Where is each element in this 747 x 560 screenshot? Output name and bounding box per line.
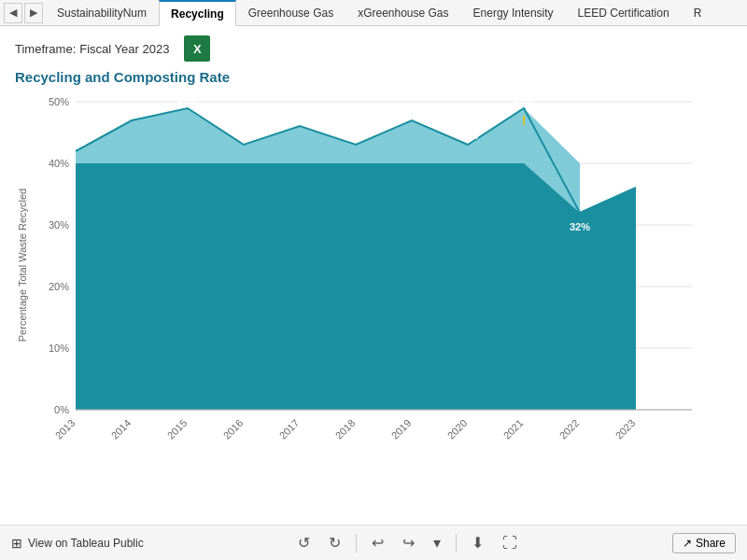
- svg-text:43%: 43%: [458, 130, 478, 141]
- toolbar-separator-1: [356, 534, 357, 553]
- redo-btn[interactable]: ↻: [323, 532, 346, 553]
- tableau-public-link[interactable]: ⊞ View on Tableau Public: [11, 536, 144, 551]
- svg-text:47%: 47%: [121, 105, 142, 117]
- timeframe-row: Timeframe: Fiscal Year 2023 X: [15, 35, 732, 62]
- timeframe-label: Timeframe:: [15, 42, 76, 56]
- svg-text:46%: 46%: [289, 111, 310, 122]
- toolbar-right: ↗ Share: [672, 533, 736, 553]
- svg-text:2021: 2021: [501, 417, 526, 441]
- tab-xgreenhouse-gas[interactable]: xGreenhouse Gas: [345, 0, 460, 26]
- svg-text:2022: 2022: [557, 417, 582, 441]
- tab-recycling[interactable]: Recycling: [159, 0, 236, 26]
- tab-sustainability-num[interactable]: SustainabilityNum: [45, 0, 159, 26]
- download-btn[interactable]: ⬇: [466, 532, 489, 553]
- svg-text:49%: 49%: [177, 95, 198, 106]
- tab-leed-certification[interactable]: LEED Certification: [566, 0, 682, 26]
- share-label: Share: [696, 537, 726, 550]
- svg-text:36: 36: [630, 173, 641, 184]
- svg-text:49%: 49%: [514, 95, 534, 106]
- tab-r[interactable]: R: [682, 0, 714, 26]
- tableau-icon: ⊞: [11, 536, 22, 551]
- svg-text:2015: 2015: [165, 417, 190, 441]
- tab-energy-intensity[interactable]: Energy Intensity: [461, 0, 566, 26]
- forward-btn[interactable]: ↪: [397, 532, 420, 553]
- svg-text:2019: 2019: [389, 417, 414, 441]
- undo-btn[interactable]: ↺: [292, 532, 316, 553]
- svg-text:42%: 42%: [65, 136, 86, 147]
- tab-prev-btn[interactable]: ◀: [4, 3, 22, 23]
- svg-text:32%: 32%: [570, 221, 590, 232]
- toolbar-separator-2: [456, 534, 457, 553]
- svg-text:30%: 30%: [49, 219, 69, 231]
- svg-text:2023: 2023: [613, 417, 638, 441]
- svg-text:43%: 43%: [345, 130, 366, 141]
- tab-greenhouse-gas[interactable]: Greenhouse Gas: [236, 0, 345, 26]
- share-icon: ↗: [683, 537, 692, 550]
- chart-svg: Percentage Total Waste Recycled 50% 40% …: [15, 92, 725, 456]
- svg-text:20%: 20%: [49, 281, 69, 292]
- svg-text:2018: 2018: [333, 417, 358, 441]
- svg-text:2013: 2013: [53, 417, 78, 441]
- y-axis-label: Percentage Total Waste Recycled: [17, 189, 28, 342]
- view-on-tableau-label: View on Tableau Public: [28, 537, 144, 550]
- revert-btn[interactable]: ↩: [366, 532, 389, 553]
- excel-export-icon[interactable]: X: [184, 35, 210, 62]
- svg-text:2016: 2016: [221, 417, 246, 441]
- timeframe-value: Fiscal Year 2023: [79, 42, 169, 56]
- svg-text:47%: 47%: [402, 105, 422, 117]
- share-btn[interactable]: ↗ Share: [672, 533, 736, 553]
- bottom-toolbar: ⊞ View on Tableau Public ↺ ↻ ↩ ↪ ▾ ⬇ ⛶ ↗…: [0, 525, 747, 560]
- svg-text:2017: 2017: [277, 417, 302, 441]
- svg-text:10%: 10%: [49, 343, 69, 354]
- tab-next-btn[interactable]: ▶: [24, 3, 43, 23]
- svg-text:43%: 43%: [233, 130, 254, 141]
- svg-text:2014: 2014: [109, 417, 134, 441]
- toolbar-center: ↺ ↻ ↩ ↪ ▾ ⬇ ⛶: [292, 532, 523, 553]
- warning-indicator: !: [522, 112, 527, 128]
- svg-text:40%: 40%: [49, 158, 69, 169]
- fullscreen-btn[interactable]: ⛶: [497, 533, 523, 553]
- tab-bar: ◀ ▶ SustainabilityNum Recycling Greenhou…: [0, 0, 747, 26]
- svg-text:50%: 50%: [49, 96, 69, 107]
- content-area: Timeframe: Fiscal Year 2023 X Recycling …: [0, 26, 747, 484]
- svg-text:2020: 2020: [445, 417, 470, 441]
- chart-title: Recycling and Composting Rate: [15, 69, 732, 85]
- pause-btn[interactable]: ▾: [428, 532, 446, 553]
- chart-container: Percentage Total Waste Recycled 50% 40% …: [15, 92, 725, 484]
- svg-text:0%: 0%: [54, 404, 69, 415]
